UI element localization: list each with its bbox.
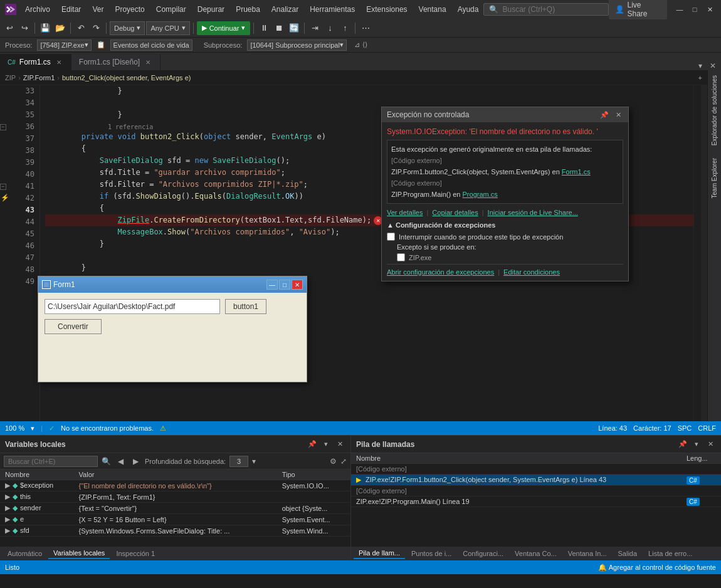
chevron-vars-icon[interactable]: ▾ [320, 439, 332, 450]
table-row[interactable]: ▶◆e {X = 52 Y = 16 Button = Left} System… [0, 514, 350, 525]
menu-prueba[interactable]: Prueba [231, 4, 265, 15]
chevron-cs-icon[interactable]: ▾ [691, 439, 702, 450]
tab-form1cs[interactable]: C# Form1.cs ✕ [0, 54, 71, 70]
close-tab2-icon[interactable]: ✕ [144, 58, 152, 66]
expand-icon-exception[interactable]: ▶ [5, 481, 10, 489]
tab-automatico[interactable]: Automático [3, 549, 47, 559]
form1-button1[interactable]: button1 [225, 299, 266, 314]
search-vars-icon[interactable]: 🔍 [102, 457, 111, 466]
table-row[interactable]: ▶◆sender {Text = "Convertir"} object {Sy… [0, 503, 350, 514]
team-explorer-label[interactable]: Team Explorer [711, 158, 718, 198]
tab-lista-errores[interactable]: Lista de erro... [643, 549, 697, 559]
menu-ayuda[interactable]: Ayuda [453, 4, 484, 15]
toolbar-pause-btn[interactable]: ⏸ [257, 21, 271, 35]
tab-configuracion[interactable]: Configuraci... [458, 549, 508, 559]
menu-analizar[interactable]: Analizar [266, 4, 303, 15]
pin-icon[interactable]: 📌 [599, 110, 609, 120]
table-row[interactable]: [Código externo] [351, 486, 721, 496]
menu-ver[interactable]: Ver [87, 4, 108, 15]
thread-dropdown[interactable]: [10644] Subproceso principal ▾ [247, 39, 346, 51]
zoom-level[interactable]: 100 % [5, 424, 24, 432]
menu-compilar[interactable]: Compilar [151, 4, 191, 15]
interrupt-checkbox[interactable] [387, 233, 395, 241]
title-search-input[interactable] [502, 5, 603, 14]
toolbar-fwd-btn[interactable]: ↪ [18, 21, 31, 35]
expand-icon-sfd[interactable]: ▶ [5, 527, 10, 534]
menu-herramientas[interactable]: Herramientas [305, 4, 360, 15]
form1cs-link[interactable]: Form1.cs [562, 168, 591, 176]
add-breadcrumb-icon[interactable]: + [698, 74, 702, 81]
tab-close-all-icon[interactable]: ✕ [707, 61, 718, 70]
programcs-link[interactable]: Program.cs [463, 191, 498, 198]
toolbar-step-in[interactable]: ↓ [323, 21, 337, 35]
copiar-detalles-link[interactable]: Copiar detalles [432, 209, 478, 216]
menu-archivo[interactable]: Archivo [20, 4, 55, 15]
explorer-sidebar-label[interactable]: Explorador de soluciones [711, 75, 718, 145]
close-exception-button[interactable]: ✕ [613, 110, 623, 120]
toolbar-redo-btn[interactable]: ↷ [89, 21, 103, 35]
toolbar-step-over[interactable]: ⇥ [308, 21, 322, 35]
toolbar-undo-btn[interactable]: ↶ [74, 21, 88, 35]
live-share-button[interactable]: 👤 Live Share [609, 0, 667, 19]
table-row[interactable]: ▶ ZIP.exe!ZIP.Form1.button2_Click(object… [351, 475, 721, 486]
ver-detalles-link[interactable]: Ver detalles [387, 209, 423, 216]
tab-inspeccion[interactable]: Inspección 1 [111, 549, 160, 559]
toolbar-restart-btn[interactable]: 🔄 [287, 21, 301, 35]
nav-right-icon[interactable]: ▶ [130, 456, 141, 467]
variables-search-input[interactable] [4, 456, 98, 467]
toolbar-open-btn[interactable]: 📂 [53, 21, 67, 35]
depth-chevron-icon[interactable]: ▾ [252, 457, 256, 466]
close-button[interactable]: ✕ [703, 3, 716, 16]
pin-cs-icon[interactable]: 📌 [677, 439, 688, 450]
collapse-41[interactable]: − [0, 184, 6, 190]
close-cs-button[interactable]: ✕ [705, 439, 716, 450]
lifecycle-dropdown[interactable]: Eventos del ciclo de vida [110, 39, 192, 51]
form1-convert-button[interactable]: Convertir [45, 319, 102, 334]
tab-variables-locales[interactable]: Variables locales [48, 548, 110, 559]
debug-config-dropdown[interactable]: Debug ▾ [110, 21, 145, 35]
process-dropdown[interactable]: [7548] ZIP.exe ▾ [37, 39, 91, 51]
nav-left-icon[interactable]: ◀ [115, 456, 126, 467]
tab-pila-llamadas[interactable]: Pila de llam... [354, 548, 405, 559]
depth-input[interactable] [229, 456, 248, 467]
table-row[interactable]: ▶◆sfd {System.Windows.Forms.SaveFileDial… [0, 525, 350, 537]
menu-ventana[interactable]: Ventana [414, 4, 451, 15]
zoom-dropdown-icon[interactable]: ▾ [31, 424, 34, 433]
source-control-label[interactable]: 🔔 Agregar al control de código fuente [598, 564, 716, 572]
form1-maximize-button[interactable]: □ [279, 280, 290, 290]
menu-proyecto[interactable]: Proyecto [110, 4, 149, 15]
expand-icon-this[interactable]: ▶ [5, 493, 10, 500]
table-row[interactable]: ZIP.exe!ZIP.Program.Main() Línea 19 C# [351, 496, 721, 507]
live-share-session-link[interactable]: Iniciar sesión de Live Share... [488, 209, 578, 216]
tab-salida[interactable]: Salida [613, 549, 643, 559]
expand-icon-sender[interactable]: ▶ [5, 504, 10, 512]
tab-puntos-interrupcion[interactable]: Puntos de i... [406, 549, 456, 559]
table-row[interactable]: ▶◆$exception {"El nombre del directorio … [0, 480, 350, 491]
toolbar-save-btn[interactable]: 💾 [38, 21, 52, 35]
expand-vars-icon[interactable]: ⤢ [340, 457, 347, 466]
tab-list-icon[interactable]: ▾ [696, 61, 705, 70]
table-row[interactable]: ▶◆this {ZIP.Form1, Text: Form1} [0, 491, 350, 503]
menu-depurar[interactable]: Depurar [192, 4, 229, 15]
toolbar-step-out[interactable]: ↑ [338, 21, 352, 35]
tab-form1cs-design[interactable]: Form1.cs [Diseño] ✕ [71, 54, 161, 70]
maximize-button[interactable]: □ [688, 3, 701, 16]
close-vars-button[interactable]: ✕ [334, 439, 345, 450]
toolbar-stop-btn[interactable]: ⏹ [272, 21, 286, 35]
cpu-config-dropdown[interactable]: Any CPU ▾ [146, 21, 189, 35]
vertical-scrollbar[interactable] [701, 85, 707, 421]
form1-minimize-button[interactable]: — [266, 280, 278, 290]
table-row[interactable]: [Código externo] [351, 464, 721, 475]
expand-icon-e[interactable]: ▶ [5, 515, 10, 523]
form1-close-button[interactable]: ✕ [292, 280, 303, 290]
close-tab-icon[interactable]: ✕ [55, 58, 63, 66]
form1-path-input[interactable] [45, 299, 220, 314]
collapse-36[interactable]: − [0, 124, 6, 130]
toolbar-back-btn[interactable]: ↩ [3, 21, 16, 35]
tab-ventana-control[interactable]: Ventana Co... [510, 549, 562, 559]
toolbar-more[interactable]: ⋯ [359, 21, 372, 35]
menu-extensiones[interactable]: Extensiones [361, 4, 412, 15]
continue-button[interactable]: ▶ Continuar ▾ [197, 21, 251, 35]
nav-thread-icon[interactable]: ⟨⟩ [362, 41, 367, 49]
abrir-config-link[interactable]: Abrir configuración de excepciones [387, 268, 494, 276]
